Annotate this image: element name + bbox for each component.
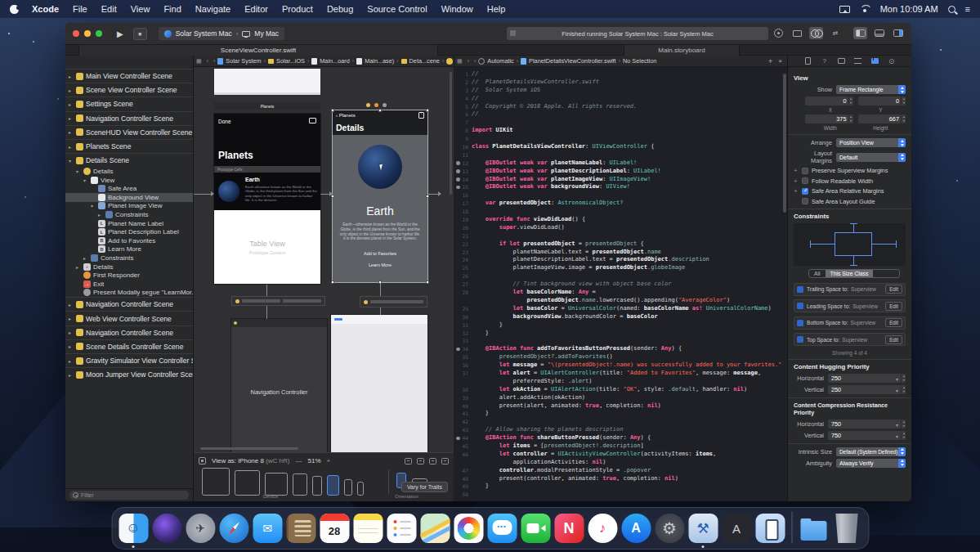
code-line[interactable]: 28 let baseColorName: Any = <box>454 289 787 297</box>
constraint-row-bottom-space-to[interactable]: Bottom Space to:SuperviewEdit <box>794 316 906 330</box>
navigator-item-details[interactable]: ▾Details <box>65 167 193 176</box>
spotlight-search-icon[interactable] <box>948 6 955 13</box>
stepper-icon[interactable] <box>901 420 906 429</box>
connection-well-icon[interactable] <box>456 169 460 173</box>
code-line[interactable]: 47 controller.modalPresentationStyle = .… <box>454 467 787 475</box>
editor-scrollbar[interactable] <box>783 74 786 213</box>
dock-siri-icon[interactable] <box>152 514 181 543</box>
navigator-item-details[interactable]: ▸‹Details <box>65 263 193 272</box>
code-line[interactable]: 27 // Tint background view with object b… <box>454 280 787 289</box>
add-to-favorites-button[interactable]: Add to Favorites <box>333 251 427 256</box>
device-iphone-4s-icon[interactable] <box>357 482 364 496</box>
disclosure-triangle-icon[interactable]: ▸ <box>69 343 76 349</box>
zoom-window-button[interactable] <box>96 30 102 37</box>
toggle-navigator-button[interactable] <box>853 27 867 39</box>
code-line[interactable]: 12 @IBOutlet weak var planetNameLabel: U… <box>454 159 787 168</box>
disclosure-triangle-icon[interactable]: ▾ <box>76 168 83 174</box>
code-line[interactable]: 40 present(alert, animated: true, comple… <box>454 402 787 411</box>
dock-xcode-icon[interactable]: ⚒ <box>688 514 718 543</box>
mini-nav-bar[interactable]: Planets <box>214 102 320 110</box>
navigator-item-main-view-controller-scene[interactable]: ▸Main View Controller Scene <box>65 69 193 83</box>
version-editor-button[interactable]: ⇄ <box>828 27 842 39</box>
disclosure-triangle-icon[interactable]: ▸ <box>69 88 76 93</box>
device-iphone-x-icon[interactable] <box>312 476 322 496</box>
bookmarks-icon[interactable] <box>309 118 316 123</box>
code-line[interactable]: 37 let alert = UIAlertController(title: … <box>454 370 787 378</box>
compression-vertical-field[interactable]: 750▾ <box>828 431 906 440</box>
breadcrumb-solar-system[interactable]: Solar System <box>226 57 261 65</box>
code-line[interactable]: 5// Copyright © 2018 Apple. All rights r… <box>454 103 787 111</box>
dock-reminders-icon[interactable] <box>387 514 416 543</box>
run-button[interactable]: ▶ <box>117 29 123 38</box>
partial-scene-below[interactable] <box>331 315 427 452</box>
edit-constraint-button[interactable]: Edit <box>885 302 902 311</box>
code-line[interactable]: 11 <box>454 151 787 159</box>
source-editor[interactable]: 1//2// PlanetDetailsViewController.swift… <box>454 67 787 501</box>
code-line[interactable]: 14 @IBOutlet weak var planetImageView: U… <box>454 176 787 184</box>
navigator-item-exit[interactable]: →Exit <box>65 280 193 289</box>
edit-constraint-button[interactable]: Edit <box>885 285 902 294</box>
checkbox[interactable] <box>802 168 808 174</box>
code-line[interactable]: 23 planetNameLabel.text = presentedObjec… <box>454 249 787 257</box>
connection-well-icon[interactable] <box>456 437 460 441</box>
code-line[interactable]: 32 } <box>454 330 787 338</box>
device-iphone-se-icon[interactable] <box>344 479 352 496</box>
navigator-item-planet-name-label[interactable]: LPlanet Name Label <box>65 219 193 228</box>
dock-simulator-icon[interactable] <box>755 514 785 543</box>
code-line[interactable]: 45 let items = [presentedObject!.descrip… <box>454 442 787 451</box>
device-iphone-plus-icon[interactable] <box>293 473 307 496</box>
stepper-icon[interactable] <box>901 431 906 440</box>
navigator-item-gravity-simulator-view-controller-s[interactable]: ▸Gravity Simulator View Controller S... <box>65 353 193 367</box>
collapsed-web-view-controller[interactable] <box>360 296 427 307</box>
edit-constraint-button[interactable]: Edit <box>885 335 902 344</box>
code-line[interactable]: applicationActivities: nil) <box>454 459 787 467</box>
code-line[interactable]: 25 planetImageView.image = presentedObje… <box>454 264 787 272</box>
checkbox[interactable] <box>802 198 808 204</box>
device-config-icon[interactable] <box>199 457 206 464</box>
storyboard-canvas[interactable]: Planets Done Planets Prototype Cells Ear… <box>194 67 454 452</box>
stop-button[interactable]: ■ <box>133 28 147 40</box>
stepper-icon[interactable] <box>901 385 906 394</box>
view-controller-dock-icon[interactable] <box>366 103 370 107</box>
code-line[interactable]: 46 let controller = UIActivityViewContro… <box>454 451 787 459</box>
disclosure-triangle-icon[interactable]: ▸ <box>69 330 76 335</box>
code-line[interactable]: 29 let baseColor = UniversalColor(named:… <box>454 305 787 313</box>
code-line[interactable]: 18 <box>454 208 787 216</box>
edit-constraint-button[interactable]: Edit <box>885 318 902 327</box>
code-line[interactable]: 41 } <box>454 410 787 418</box>
toggle-debug-area-button[interactable] <box>872 27 886 39</box>
view-as-label[interactable]: View as: iPhone 8 (wC hR) <box>212 457 289 464</box>
code-line[interactable]: 50 <box>454 491 787 499</box>
disclosure-triangle-icon[interactable]: ▸ <box>98 212 105 218</box>
canvas-vertical-scrollbar[interactable] <box>450 72 452 195</box>
code-line[interactable]: 42 <box>454 418 787 426</box>
dock-instruments-icon[interactable]: A <box>722 514 751 543</box>
code-line[interactable]: 34 @IBAction func addToFavoritesButtonPr… <box>454 345 787 353</box>
code-line[interactable]: 3// Solar System iOS <box>454 87 787 95</box>
forward-icon[interactable]: › <box>474 58 476 64</box>
breadcrumb-deta-cene[interactable]: Deta...cene <box>409 57 440 65</box>
add-constraint-icon[interactable]: + <box>794 167 802 174</box>
navigator-item-scenehud-view-controller-scene[interactable]: ▸SceneHUD View Controller Scene <box>65 125 193 139</box>
dock-mail-icon[interactable]: ✉ <box>253 514 282 543</box>
dock-launchpad-icon[interactable]: ✈ <box>186 514 215 543</box>
disclosure-triangle-icon[interactable]: ▸ <box>69 74 76 79</box>
stepper-icon[interactable] <box>901 96 906 105</box>
segment-all[interactable]: All <box>809 270 826 277</box>
selection-handle[interactable] <box>378 109 382 112</box>
breadcrumb-no-selection[interactable]: No Selection <box>623 57 656 65</box>
menu-window[interactable]: Window <box>441 4 473 14</box>
code-line[interactable]: 20 super.viewDidLoad() <box>454 224 787 232</box>
dock-messages-icon[interactable] <box>487 514 517 543</box>
size-inspector-icon[interactable] <box>871 57 879 65</box>
related-items-icon[interactable]: ▦ <box>457 58 463 65</box>
code-line[interactable]: 33 <box>454 337 787 345</box>
show-popup[interactable]: Frame Rectangle <box>836 85 906 94</box>
selection-handle[interactable] <box>426 280 429 284</box>
breadcrumb-main-oard[interactable]: Main...oard <box>320 57 350 65</box>
code-line[interactable]: 9 <box>454 135 787 143</box>
navigator-item-settings-scene[interactable]: ▸Settings Scene <box>65 96 193 110</box>
code-line[interactable]: 49 } <box>454 482 787 491</box>
tab-sceneviewcontroller[interactable]: SceneViewController.swift <box>78 45 438 56</box>
standard-editor-button[interactable] <box>790 27 804 39</box>
